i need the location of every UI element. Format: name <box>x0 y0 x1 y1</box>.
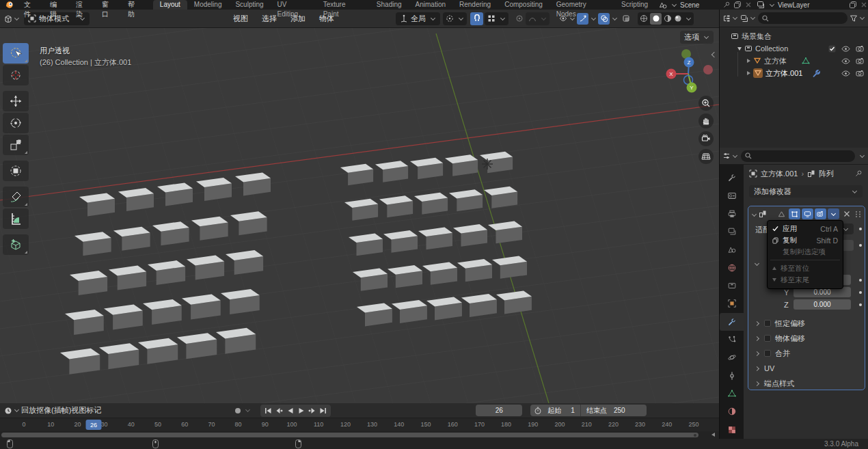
expand-icon[interactable] <box>737 47 742 51</box>
properties-editor-type[interactable] <box>722 152 738 160</box>
tool-add-cube[interactable] <box>3 234 29 255</box>
menu-item-apply[interactable]: 应用Ctrl A <box>768 223 843 234</box>
viewlayer-name[interactable]: ViewLayer <box>778 1 846 9</box>
shading-solid-button[interactable] <box>650 13 662 25</box>
workspace-tab[interactable]: Modeling <box>187 0 229 10</box>
workspace-tab[interactable]: UV Editing <box>271 0 316 10</box>
tab-world[interactable] <box>720 259 744 277</box>
proportional-editing-toggle[interactable] <box>513 12 526 25</box>
tool-measure[interactable] <box>3 208 29 229</box>
viewport-options-button[interactable]: 选项 <box>680 31 714 44</box>
subpanel-UV[interactable]: UV <box>748 361 865 376</box>
pin-icon[interactable] <box>854 169 863 178</box>
remove-viewlayer-icon[interactable] <box>860 1 868 9</box>
menu-item-copy-to-selected[interactable]: 复制到选定项 <box>768 246 843 258</box>
hide-eye-icon[interactable] <box>841 70 850 77</box>
expand-icon[interactable] <box>755 351 759 355</box>
scene-name[interactable]: Scene <box>680 1 720 9</box>
zoom-button[interactable] <box>699 96 714 111</box>
animate-dot[interactable] <box>859 291 862 294</box>
tab-tool[interactable] <box>720 169 744 187</box>
jump-to-end-button[interactable] <box>318 405 328 416</box>
subpanel-合并[interactable]: 合并 <box>748 346 865 361</box>
properties-options-icon[interactable] <box>860 152 865 157</box>
tool-scale[interactable] <box>3 135 29 155</box>
menu-item-duplicate[interactable]: 复制Shift D <box>768 234 843 246</box>
shading-wireframe-icon[interactable] <box>640 14 648 23</box>
toggle-perspective-button[interactable] <box>699 149 714 164</box>
workspace-tab[interactable]: Shading <box>370 0 409 10</box>
shading-material-icon[interactable] <box>664 14 672 23</box>
timeline-editor-type[interactable] <box>4 407 20 415</box>
tab-object-data[interactable] <box>720 385 744 403</box>
subpanel-checkbox[interactable] <box>764 320 771 327</box>
subpanel-物体偏移[interactable]: 物体偏移 <box>748 331 865 346</box>
menu-item-move-to-last[interactable]: 移至末尾 <box>768 274 843 286</box>
timeline-ruler[interactable]: 0102030405060708090100110120130140150160… <box>0 418 719 431</box>
end-frame-value[interactable]: 250 <box>614 407 625 414</box>
toggle-show-render[interactable] <box>815 208 826 219</box>
scene-selector[interactable]: Scene <box>659 1 752 9</box>
play-reverse-button[interactable] <box>285 405 295 416</box>
hide-eye-icon[interactable] <box>841 46 850 52</box>
new-scene-icon[interactable] <box>733 1 742 9</box>
disable-render-icon[interactable] <box>856 70 864 77</box>
animate-dot[interactable] <box>859 279 862 282</box>
tab-object[interactable] <box>720 295 744 312</box>
workspace-tab[interactable]: Geometry Nodes <box>550 0 614 10</box>
expand-icon[interactable] <box>755 366 759 370</box>
outliner-filter-button[interactable] <box>850 14 865 23</box>
proportional-falloff-dropdown[interactable] <box>526 12 550 25</box>
viewlayer-selector[interactable]: ViewLayer <box>757 1 868 9</box>
timeline-menu-item[interactable]: 抠像(插帧) <box>36 405 71 416</box>
breadcrumb-modifier[interactable]: 阵列 <box>819 169 834 179</box>
region-collapse-arrow[interactable] <box>711 433 715 437</box>
expand-icon[interactable] <box>755 336 759 340</box>
checkbox-icon[interactable] <box>828 45 836 53</box>
outliner-row-scene-collection[interactable]: 场景集合 <box>720 30 868 42</box>
toggle-show-in-edit-mode[interactable] <box>789 208 800 219</box>
pan-button[interactable] <box>699 113 714 128</box>
pivot-point-dropdown[interactable] <box>443 12 467 25</box>
menubar-item[interactable]: 渲染 <box>70 0 96 10</box>
tab-texture[interactable] <box>720 421 744 439</box>
show-overlays-dropdown[interactable] <box>598 13 618 25</box>
outliner-filter-display[interactable] <box>740 14 756 23</box>
timeline-menu-item[interactable]: 视图 <box>71 405 86 416</box>
outliner-row-cube2[interactable]: 立方体.001 <box>720 67 868 79</box>
add-modifier-dropdown[interactable]: 添加修改器 <box>749 185 863 198</box>
tab-modifiers[interactable] <box>720 313 744 331</box>
menu-item-move-to-first[interactable]: 移至首位 <box>768 262 843 274</box>
breadcrumb-object[interactable]: 立方体.001 <box>761 169 798 179</box>
next-keyframe-button[interactable] <box>307 405 317 416</box>
workspace-tab[interactable]: Rendering <box>452 0 498 10</box>
animate-dot[interactable] <box>859 244 862 247</box>
editor-type-button[interactable] <box>4 14 20 23</box>
timeline-scrollbar[interactable] <box>0 431 719 439</box>
xray-toggle[interactable] <box>619 12 632 25</box>
panel-expand-icon[interactable] <box>752 211 757 216</box>
tab-collection[interactable] <box>720 277 744 295</box>
disable-render-icon[interactable] <box>856 45 864 52</box>
timeline-menu-item[interactable]: 标记 <box>86 405 101 416</box>
start-frame-value[interactable]: 1 <box>571 407 575 414</box>
tool-rotate[interactable] <box>3 113 29 133</box>
menubar-item[interactable]: 帮助 <box>122 0 148 10</box>
prev-keyframe-button[interactable] <box>274 405 284 416</box>
outliner-row-collection[interactable]: Collection <box>720 42 868 55</box>
tab-physics[interactable] <box>720 349 744 366</box>
blender-logo-icon[interactable] <box>5 1 14 9</box>
tab-render[interactable] <box>720 187 744 204</box>
camera-view-button[interactable] <box>699 131 714 146</box>
menubar-item[interactable]: 窗口 <box>96 0 122 10</box>
subpanel-checkbox[interactable] <box>764 335 771 342</box>
workspace-tab[interactable]: Sculpting <box>228 0 270 10</box>
tab-output[interactable] <box>720 205 744 223</box>
jump-to-start-button[interactable] <box>263 405 273 416</box>
animate-dot[interactable] <box>859 228 862 230</box>
properties-search-input[interactable] <box>741 150 855 162</box>
tool-move[interactable] <box>3 91 29 111</box>
toggle-edit-mode-display[interactable] <box>776 208 787 219</box>
tab-scene[interactable] <box>720 241 744 258</box>
tool-cursor[interactable] <box>3 65 29 85</box>
